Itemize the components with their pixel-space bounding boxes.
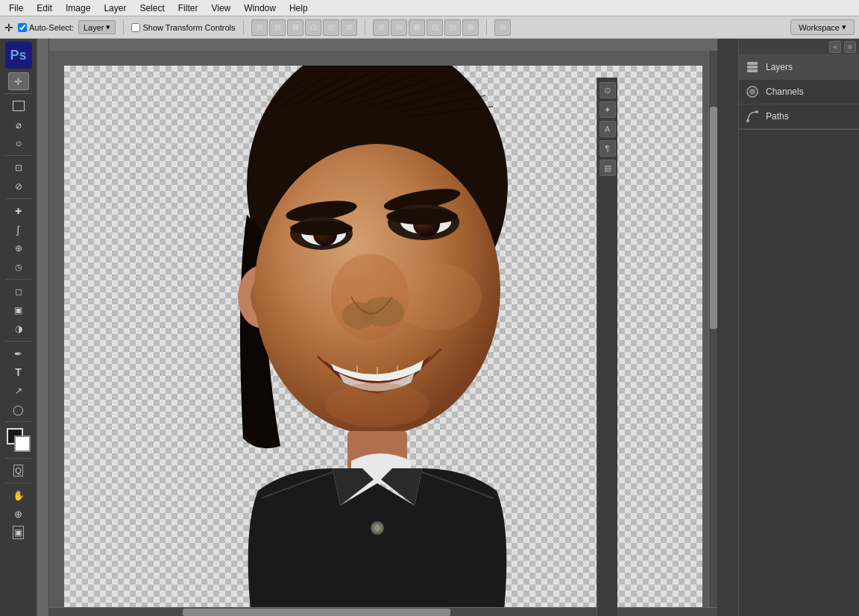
color-swatches xyxy=(7,428,31,452)
lasso-tool-btn[interactable]: ⌀ xyxy=(8,116,29,133)
distribute-group: ⊞ ⊟ ⊠ ⊡ ⊟ ⊠ xyxy=(373,19,479,36)
eyedropper-icon: ⊘ xyxy=(15,181,22,192)
history-brush-icon: ◷ xyxy=(15,263,22,272)
dist-top-btn[interactable]: ⊡ xyxy=(427,19,443,36)
clone-icon: ⊕ xyxy=(15,243,22,254)
scroll-thumb-vertical[interactable] xyxy=(710,107,717,329)
layer-dropdown[interactable]: Layer ▾ xyxy=(78,20,116,34)
workspace-button[interactable]: Workspace ▾ xyxy=(790,19,855,35)
scroll-thumb-horizontal[interactable] xyxy=(183,609,450,616)
menu-item-window[interactable]: Window xyxy=(238,1,282,15)
type-icon: T xyxy=(15,366,22,378)
menu-item-help[interactable]: Help xyxy=(283,1,314,15)
brush-btn[interactable]: ∫ xyxy=(8,221,29,239)
workspace-arrow-icon: ▾ xyxy=(842,22,846,32)
menu-bar: File Edit Image Layer Select Filter View… xyxy=(0,0,859,16)
crop-icon: ⊡ xyxy=(15,163,22,173)
paths-icon xyxy=(745,109,760,124)
menu-item-image[interactable]: Image xyxy=(60,1,96,15)
show-transform-checkbox[interactable]: Show Transform Controls xyxy=(131,23,235,32)
shape-icon: ◯ xyxy=(13,404,24,415)
dist-right-btn[interactable]: ⊠ xyxy=(409,19,425,36)
channels-tab[interactable]: Channels xyxy=(739,80,859,104)
collapse-panel-btn[interactable]: « xyxy=(829,41,841,53)
hand-icon: ✋ xyxy=(13,490,25,501)
panel-menu-btn[interactable]: ≡ xyxy=(844,41,856,53)
zoom-icon: ⊕ xyxy=(14,509,22,520)
align-left-edges-btn[interactable]: ⊞ xyxy=(251,19,268,36)
left-toolbar: Ps ✛ ⌀ ⊙ ⊡ ⊘ ✚ ∫ ⊕ ◷ xyxy=(0,39,37,616)
move-icon: ✛ xyxy=(14,76,22,87)
tool-divider-8 xyxy=(5,483,32,483)
separator-3 xyxy=(365,20,365,35)
adjustment-layers-icon[interactable]: ⊙ xyxy=(600,82,616,98)
channels-icon xyxy=(745,84,760,99)
svg-point-43 xyxy=(746,119,749,122)
panel-top-row: « ≡ xyxy=(739,39,859,55)
tool-divider-5 xyxy=(5,341,32,342)
auto-align-btn[interactable]: ⊟ xyxy=(494,19,511,36)
pen-icon: ✒ xyxy=(14,348,22,359)
type-btn[interactable]: T xyxy=(8,363,29,381)
screen-mode-btn[interactable]: ▣ xyxy=(8,524,29,541)
align-right-edges-btn[interactable]: ⊠ xyxy=(287,19,303,36)
dist-bottom-btn[interactable]: ⊠ xyxy=(462,19,479,36)
dist-mid-btn[interactable]: ⊟ xyxy=(444,19,461,36)
dist-center-btn[interactable]: ⊟ xyxy=(391,19,407,36)
svg-point-30 xyxy=(362,297,404,327)
ruler-left xyxy=(37,39,49,616)
caricature-image xyxy=(221,66,534,610)
menu-item-layer[interactable]: Layer xyxy=(98,1,132,15)
healing-btn[interactable]: ✚ xyxy=(8,202,29,220)
align-center-btn[interactable]: ⊟ xyxy=(269,19,286,36)
menu-item-file[interactable]: File xyxy=(3,1,29,15)
history-panel-icon[interactable]: ▤ xyxy=(600,160,616,176)
dist-left-btn[interactable]: ⊞ xyxy=(373,19,389,36)
paragraph-panel-icon[interactable]: ¶ xyxy=(600,140,616,157)
ruler-top: // tick marks drawn in css xyxy=(37,39,717,51)
menu-item-filter[interactable]: Filter xyxy=(172,1,204,15)
main-layout: Ps ✛ ⌀ ⊙ ⊡ ⊘ ✚ ∫ ⊕ ◷ xyxy=(0,39,859,616)
separator-2 xyxy=(243,20,244,35)
move-tool-btn[interactable]: ✛ xyxy=(8,72,29,90)
quick-mask-icon: Q xyxy=(13,465,23,477)
dodge-btn[interactable]: ◑ xyxy=(8,320,29,338)
background-color[interactable] xyxy=(14,436,31,452)
paths-tab[interactable]: Paths xyxy=(739,104,859,129)
quick-mask-btn[interactable]: Q xyxy=(8,462,29,480)
shape-btn[interactable]: ◯ xyxy=(8,400,29,418)
quick-select-btn[interactable]: ⊙ xyxy=(8,134,29,152)
eraser-btn[interactable]: ◻ xyxy=(8,283,29,301)
tool-divider-4 xyxy=(5,279,32,280)
svg-point-28 xyxy=(331,254,409,340)
vertical-scrollbar[interactable] xyxy=(708,51,717,607)
clone-btn[interactable]: ⊕ xyxy=(8,239,29,257)
separator-1 xyxy=(123,20,124,35)
align-top-btn[interactable]: ⊡ xyxy=(305,19,321,36)
paths-label: Paths xyxy=(766,111,789,122)
menu-item-select[interactable]: Select xyxy=(133,1,170,15)
layer-style-icon[interactable]: ✦ xyxy=(600,101,616,118)
menu-item-edit[interactable]: Edit xyxy=(31,1,58,15)
zoom-btn[interactable]: ⊕ xyxy=(8,505,29,523)
panel-content-area xyxy=(739,129,859,616)
gradient-btn[interactable]: ▣ xyxy=(8,301,29,319)
path-select-btn[interactable]: ↗ xyxy=(8,382,29,400)
crop-tool-btn[interactable]: ⊡ xyxy=(8,159,29,177)
marquee-tool-btn[interactable] xyxy=(8,97,29,115)
quick-select-icon: ⊙ xyxy=(16,139,22,148)
show-transform-label: Show Transform Controls xyxy=(142,23,235,32)
eyedropper-btn[interactable]: ⊘ xyxy=(8,177,29,195)
align-middle-btn[interactable]: ⊟ xyxy=(323,19,339,36)
layers-tab[interactable]: Layers xyxy=(739,55,859,80)
character-panel-icon[interactable]: A xyxy=(600,121,616,137)
history-brush-btn[interactable]: ◷ xyxy=(8,258,29,276)
svg-point-27 xyxy=(386,208,458,224)
eraser-icon: ◻ xyxy=(15,286,22,297)
hand-btn[interactable]: ✋ xyxy=(8,486,29,504)
align-bottom-btn[interactable]: ⊠ xyxy=(341,19,357,36)
menu-item-view[interactable]: View xyxy=(205,1,236,15)
pen-btn[interactable]: ✒ xyxy=(8,345,29,362)
auto-select-checkbox[interactable]: Auto-Select: xyxy=(18,23,74,32)
dropdown-arrow-icon: ▾ xyxy=(106,22,110,32)
